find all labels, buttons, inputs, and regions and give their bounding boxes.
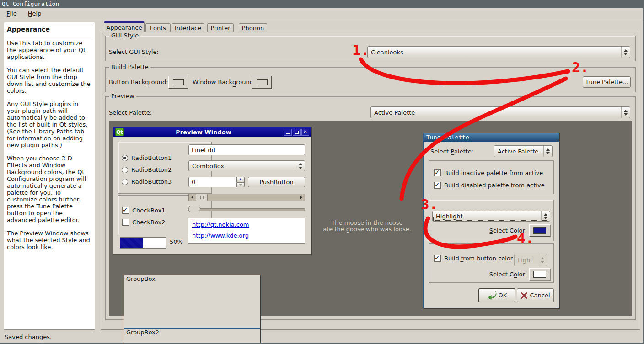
pushbutton[interactable]: PushButton (248, 177, 305, 187)
link-kde[interactable]: http://www.kde.org (192, 232, 249, 239)
checkbox-build-inactive[interactable]: Build inactive palette from active (434, 169, 543, 176)
spinbox-up-button[interactable] (236, 177, 245, 182)
arrow-right-icon (300, 196, 302, 199)
help-panel: Appearance Use this tab to customize the… (4, 22, 95, 330)
spinner-arrows-icon (621, 47, 630, 58)
radio-label: RadioButton2 (131, 166, 172, 173)
menu-file[interactable]: F̲ile (2, 9, 21, 18)
cancel-button-label: Cancel (530, 292, 550, 299)
tune-palette-titlebar[interactable]: Tune Palette (424, 133, 559, 142)
window-title: Qt Configuration (2, 0, 59, 7)
slider[interactable] (188, 206, 305, 213)
window-background-swatch (257, 79, 268, 85)
help-panel-title: Appearance (7, 26, 92, 37)
preview-group-label: Preview (109, 93, 136, 100)
spin-up-icon (239, 178, 242, 180)
tune-palette-button-label: T̲une Palette... (585, 79, 628, 85)
status-bar: Saved changes. (5, 333, 52, 341)
palette-select[interactable]: Active Palette (370, 106, 630, 118)
build-palette-group-label: Build Palette (109, 64, 150, 71)
workspace-caption-line1: The moose in the noose (311, 220, 423, 226)
maximize-button[interactable] (293, 129, 301, 136)
central-select-color-button[interactable] (529, 224, 550, 237)
central-color-swatch (533, 227, 546, 234)
radio-button3[interactable]: RadioButton3 (122, 178, 172, 185)
tab-fonts[interactable]: Fonts (145, 23, 171, 32)
spinner-arrows-icon (621, 107, 630, 118)
window-background-color-button[interactable] (252, 76, 272, 89)
checkbox-icon (122, 207, 129, 214)
checkbox-build-from-button[interactable]: Build f̲rom button color (434, 255, 513, 262)
help-paragraph: Use this tab to customize the appearance… (7, 40, 92, 60)
select-gui-style-label: Select GUI S̲tyle: (109, 46, 159, 58)
combobox-select[interactable]: ComboBox (188, 160, 305, 171)
cancel-button[interactable]: Cancel (517, 288, 554, 302)
button-background-label: B̲utton Background: (109, 76, 168, 89)
color-role-select[interactable]: Highlight (432, 211, 550, 222)
checkbox-label: CheckBox1 (132, 207, 165, 214)
checkbox2[interactable]: CheckBox2 (122, 219, 165, 226)
dialog-palette-select[interactable]: Active Palette (494, 145, 553, 157)
close-button[interactable]: ✕ (301, 129, 309, 136)
slider-handle[interactable] (188, 206, 200, 212)
scrollbar-track[interactable] (208, 194, 298, 201)
preview-window-title: Preview Window (124, 129, 283, 136)
gui-style-value: Cleanlooks (368, 49, 621, 56)
window-titlebar[interactable]: Qt Configuration (0, 0, 644, 8)
tab-printer[interactable]: Printer (207, 23, 234, 32)
shadow-color-swatch (533, 271, 546, 278)
central-select-color-label: S̲elect Color: (467, 224, 527, 237)
spinbox-value: 0 (192, 179, 195, 185)
minimize-button[interactable] (284, 129, 292, 136)
dialog-select-palette-label: Select P̲alette: (430, 146, 473, 157)
spinbox-buttons (236, 177, 245, 187)
ok-arrow-icon (487, 291, 497, 300)
help-paragraph: The Preview Window shows what the select… (7, 230, 92, 250)
shadow-effect-select: Light (514, 254, 547, 266)
checkbox-build-disabled[interactable]: Build disabled palette from active (434, 182, 545, 189)
horizontal-scrollbar[interactable] (188, 194, 305, 201)
button-background-color-button[interactable] (168, 76, 188, 89)
radio-button2[interactable]: RadioButton2 (122, 166, 172, 173)
tab-label: Appearance (106, 24, 142, 31)
shadow-select-color-button[interactable] (529, 268, 550, 280)
gui-style-select[interactable]: Cleanlooks (367, 46, 630, 58)
tab-interface[interactable]: Interface (172, 23, 204, 32)
scrollbar-thumb[interactable] (196, 194, 208, 201)
ok-button[interactable]: OK (478, 288, 515, 302)
combobox-value: ComboBox (189, 163, 296, 169)
radio-button1[interactable]: RadioButton1 (122, 154, 172, 161)
tab-phonon[interactable]: Phonon (239, 23, 267, 32)
dialog-palette-value: Active Palette (494, 148, 543, 155)
qt-logo-icon: Qt (115, 128, 124, 136)
spinbox-down-button[interactable] (236, 182, 245, 188)
lineedit-field[interactable]: LineEdit (188, 144, 305, 155)
palette-value: Active Palette (371, 109, 621, 116)
checkbox-icon (434, 169, 441, 176)
spinner-arrows-icon (543, 146, 552, 157)
scroll-left-button[interactable] (189, 194, 196, 201)
qt-configuration-window: Qt Configuration F̲ile H̲elp Appearance … (0, 0, 644, 344)
link-qt-nokia[interactable]: http://qt.nokia.com (192, 221, 249, 228)
scroll-right-button[interactable] (298, 194, 305, 201)
preview-window-titlebar[interactable]: Qt Preview Window ✕ (113, 127, 311, 137)
shadow-select-color-label: Select Co̲lor: (467, 268, 527, 280)
tune-palette-button[interactable]: T̲une Palette... (583, 76, 631, 88)
menu-bar: F̲ile H̲elp (0, 8, 644, 20)
checkbox-label: Build disabled palette from active (444, 182, 545, 189)
cancel-x-icon (521, 292, 528, 299)
slider-groove (188, 208, 305, 211)
pushbutton-label: PushButton (259, 179, 293, 185)
help-paragraph: You can select the default GUI Style fro… (7, 67, 92, 94)
links-box: http://qt.nokia.com http://www.kde.org (188, 218, 305, 244)
progress-bar (120, 237, 166, 249)
checkbox-label: CheckBox2 (132, 219, 165, 226)
shadow-effect-value: Light (515, 257, 538, 264)
close-icon: ✕ (303, 130, 307, 134)
checkbox-icon (434, 255, 441, 262)
progress-label: 50% (170, 238, 183, 245)
button-background-swatch (173, 79, 184, 85)
menu-help[interactable]: H̲elp (23, 9, 46, 18)
checkbox1[interactable]: CheckBox1 (122, 207, 165, 214)
tab-appearance[interactable]: Appearance (104, 21, 145, 32)
